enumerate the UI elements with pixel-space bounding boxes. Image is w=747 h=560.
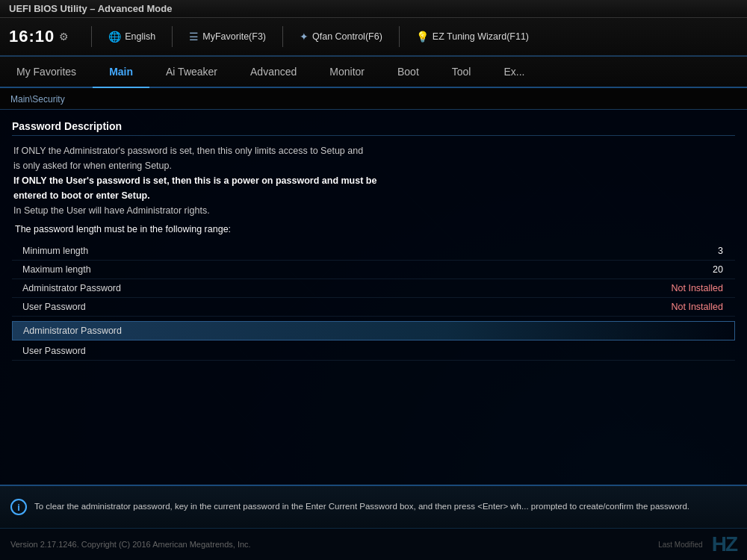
qfan-control-button[interactable]: ✦ Qfan Control(F6) [294, 28, 388, 46]
language-selector[interactable]: 🌐 English [102, 28, 161, 46]
nav-item-tool[interactable]: Tool [436, 57, 488, 88]
nav-item-monitor[interactable]: Monitor [313, 57, 381, 88]
language-label: English [125, 31, 155, 42]
globe-icon: 🌐 [108, 31, 121, 43]
nav-item-boot[interactable]: Boot [381, 57, 436, 88]
desc-line-3: If ONLY the User's password is set, then… [12, 173, 735, 188]
nav-item-exit[interactable]: Ex... [487, 57, 541, 88]
ez-tuning-label: EZ Tuning Wizard(F11) [433, 31, 529, 42]
range-title: The password length must be in the follo… [15, 224, 735, 234]
min-length-value: 3 [610, 246, 729, 256]
user-password-info-label: User Password [18, 302, 610, 312]
desc-line-2: is only asked for when entering Setup. [12, 158, 735, 173]
divider-3 [282, 26, 283, 47]
last-modified-text: Last Modified [658, 541, 702, 549]
divider-4 [399, 26, 400, 47]
action-row-admin-password[interactable]: Administrator Password [12, 321, 735, 340]
min-length-label: Minimum length [18, 246, 610, 256]
setting-row-min-length: Minimum length 3 [12, 242, 735, 261]
desc-line-1: If ONLY the Administrator's password is … [12, 143, 735, 158]
nav-item-main[interactable]: Main [93, 57, 149, 88]
description-block: If ONLY the Administrator's password is … [12, 143, 735, 234]
nav-item-ai-tweaker[interactable]: Ai Tweaker [149, 57, 234, 88]
admin-password-action-label: Administrator Password [19, 326, 728, 336]
breadcrumb: Main\Security [10, 94, 65, 105]
divider-1 [91, 26, 92, 47]
title-bar-text: UEFI BIOS Utility – Advanced Mode [9, 3, 172, 14]
desc-line-4: entered to boot or enter Setup. [12, 188, 735, 203]
my-favorite-button[interactable]: ☰ MyFavorite(F3) [183, 28, 272, 46]
content-area: Password Description If ONLY the Adminis… [0, 110, 747, 485]
ez-tuning-button[interactable]: 💡 EZ Tuning Wizard(F11) [410, 28, 535, 46]
breadcrumb-bar: Main\Security [0, 88, 747, 110]
fan-icon: ✦ [300, 31, 309, 43]
my-favorite-label: MyFavorite(F3) [202, 31, 266, 42]
nav-item-favorites[interactable]: My Favorites [0, 57, 93, 88]
max-length-value: 20 [610, 264, 729, 275]
max-length-label: Maximum length [18, 264, 610, 275]
setting-row-user-password-info: User Password Not Installed [12, 298, 735, 317]
user-password-action-label: User Password [18, 346, 729, 356]
section-title: Password Description [12, 120, 735, 136]
tuning-icon: 💡 [416, 31, 429, 43]
version-footer: Version 2.17.1246. Copyright (C) 2016 Am… [0, 528, 747, 560]
settings-icon[interactable]: ⚙ [59, 31, 69, 43]
setting-row-admin-password-info: Administrator Password Not Installed [12, 279, 735, 298]
top-bar: 16:10 ⚙ 🌐 English ☰ MyFavorite(F3) ✦ Qfa… [0, 18, 747, 57]
nav-item-advanced[interactable]: Advanced [234, 57, 313, 88]
title-bar: UEFI BIOS Utility – Advanced Mode [0, 0, 747, 18]
qfan-label: Qfan Control(F6) [312, 31, 382, 42]
help-text: To clear the administrator password, key… [34, 500, 689, 513]
setting-row-max-length: Maximum length 20 [12, 261, 735, 279]
time-section: 16:10 ⚙ [9, 27, 69, 46]
action-row-user-password[interactable]: User Password [12, 342, 735, 361]
user-password-info-value: Not Installed [610, 302, 729, 312]
admin-password-info-label: Administrator Password [18, 283, 610, 293]
info-icon: i [10, 499, 27, 515]
favorite-icon: ☰ [189, 31, 199, 43]
divider-2 [172, 26, 173, 47]
help-bar: i To clear the administrator password, k… [0, 485, 747, 528]
version-text: Version 2.17.1246. Copyright (C) 2016 Am… [10, 540, 251, 549]
nav-bar: My Favorites Main Ai Tweaker Advanced Mo… [0, 57, 747, 88]
desc-line-5: In Setup the User will have Administrato… [12, 203, 735, 218]
admin-password-info-value: Not Installed [610, 283, 729, 293]
clock-display: 16:10 [9, 27, 55, 46]
hz-logo: HZ [712, 532, 737, 556]
